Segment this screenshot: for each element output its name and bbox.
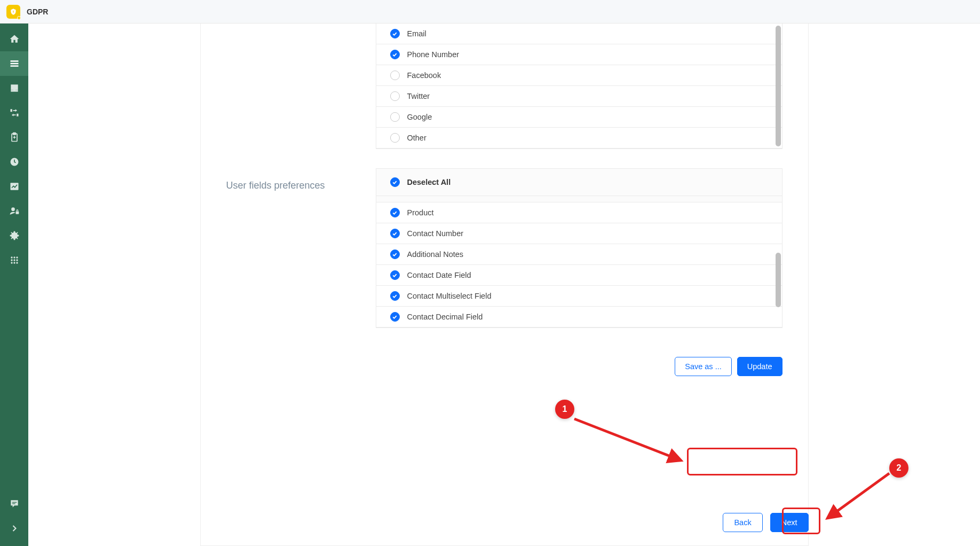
sidebar-item-clock[interactable] xyxy=(0,150,28,174)
checkbox-icon[interactable] xyxy=(390,291,400,301)
deselect-all-label: Deselect All xyxy=(407,178,451,186)
deselect-all-row[interactable]: Deselect All xyxy=(376,169,782,196)
checkbox-icon[interactable] xyxy=(390,112,400,122)
field-label: Contact Multiselect Field xyxy=(407,292,492,300)
svg-rect-1 xyxy=(13,10,14,11)
checkbox-icon[interactable] xyxy=(390,312,400,322)
sidebar xyxy=(0,24,28,546)
field-row[interactable]: Email xyxy=(376,24,782,44)
svg-point-14 xyxy=(16,256,18,258)
save-as-button[interactable]: Save as ... xyxy=(675,357,732,376)
sidebar-item-expand[interactable] xyxy=(0,516,28,541)
user-fields-panel: Deselect All Product Contact Number xyxy=(376,168,783,328)
sidebar-item-feedback[interactable] xyxy=(0,492,28,516)
field-label: Email xyxy=(407,29,426,38)
field-label: Twitter xyxy=(407,92,430,100)
field-label: Facebook xyxy=(407,71,441,80)
svg-rect-22 xyxy=(12,503,15,504)
checkbox-icon[interactable] xyxy=(390,91,400,101)
checkbox-icon[interactable] xyxy=(390,249,400,259)
checkbox-icon[interactable] xyxy=(390,270,400,280)
field-label: Contact Number xyxy=(407,229,464,238)
scrollbar[interactable] xyxy=(776,26,781,146)
sidebar-item-home[interactable] xyxy=(0,27,28,51)
sidebar-item-clipboard[interactable] xyxy=(0,125,28,150)
section-label-user-fields: User fields preferences xyxy=(226,180,325,191)
checkbox-icon[interactable] xyxy=(390,229,400,238)
svg-point-19 xyxy=(13,262,15,263)
field-row[interactable]: Contact Number xyxy=(376,223,782,244)
sidebar-item-apps[interactable] xyxy=(0,248,28,272)
app-logo-icon xyxy=(6,5,20,19)
field-row[interactable]: Twitter xyxy=(376,86,782,107)
svg-rect-4 xyxy=(10,65,18,67)
svg-point-20 xyxy=(16,262,18,263)
field-row[interactable]: Google xyxy=(376,107,782,128)
checkbox-icon[interactable] xyxy=(390,29,400,38)
checkbox-icon[interactable] xyxy=(390,50,400,59)
field-label: Phone Number xyxy=(407,50,460,59)
main-content: Email Phone Number Facebook Twitter xyxy=(28,24,980,546)
section-label-empty xyxy=(226,24,376,45)
checkbox-icon[interactable] xyxy=(390,71,400,80)
svg-point-17 xyxy=(16,259,18,261)
sidebar-item-settings[interactable] xyxy=(0,223,28,248)
field-label: Product xyxy=(407,208,434,217)
contact-fields-panel: Email Phone Number Facebook Twitter xyxy=(376,24,783,149)
field-row[interactable]: Contact Date Field xyxy=(376,265,782,286)
action-buttons: Save as ... Update xyxy=(376,357,783,376)
footer-area: Back Next xyxy=(28,513,980,532)
svg-point-10 xyxy=(11,207,15,211)
svg-rect-2 xyxy=(10,60,18,62)
field-label: Additional Notes xyxy=(407,250,464,259)
svg-point-12 xyxy=(11,256,12,258)
field-row[interactable]: Other xyxy=(376,128,782,149)
field-label: Google xyxy=(407,113,432,121)
field-label: Contact Decimal Field xyxy=(407,313,483,321)
sidebar-item-transfer[interactable] xyxy=(0,100,28,125)
sidebar-item-list[interactable] xyxy=(0,51,28,76)
sidebar-item-analytics[interactable] xyxy=(0,174,28,199)
annotation-badge-1: 1 xyxy=(555,400,574,419)
checkbox-icon[interactable] xyxy=(390,177,400,187)
top-bar: GDPR xyxy=(0,0,980,24)
svg-rect-11 xyxy=(15,212,19,214)
sidebar-item-inbox[interactable] xyxy=(0,76,28,100)
checkbox-icon[interactable] xyxy=(390,133,400,143)
svg-point-16 xyxy=(13,259,15,261)
field-row[interactable]: Facebook xyxy=(376,65,782,86)
field-row[interactable]: Contact Decimal Field xyxy=(376,307,782,327)
annotation-badge-2: 2 xyxy=(889,458,908,478)
update-button[interactable]: Update xyxy=(737,357,783,376)
scrollbar[interactable] xyxy=(776,205,781,325)
svg-point-13 xyxy=(13,256,15,258)
sidebar-item-user-lock[interactable] xyxy=(0,199,28,223)
field-row[interactable]: Phone Number xyxy=(376,44,782,65)
svg-point-15 xyxy=(11,259,12,261)
svg-rect-21 xyxy=(12,502,16,503)
form-card: Email Phone Number Facebook Twitter xyxy=(200,24,809,546)
svg-rect-3 xyxy=(10,63,18,65)
svg-rect-5 xyxy=(11,90,18,91)
checkbox-icon[interactable] xyxy=(390,208,400,217)
next-button[interactable]: Next xyxy=(770,513,809,532)
back-button[interactable]: Back xyxy=(723,513,762,532)
field-row[interactable]: Product xyxy=(376,202,782,223)
field-row[interactable]: Additional Notes xyxy=(376,244,782,265)
svg-point-18 xyxy=(11,262,12,263)
field-row[interactable]: Contact Multiselect Field xyxy=(376,286,782,307)
svg-rect-7 xyxy=(13,133,15,135)
field-label: Contact Date Field xyxy=(407,271,471,279)
app-title: GDPR xyxy=(27,7,48,16)
field-label: Other xyxy=(407,134,426,142)
